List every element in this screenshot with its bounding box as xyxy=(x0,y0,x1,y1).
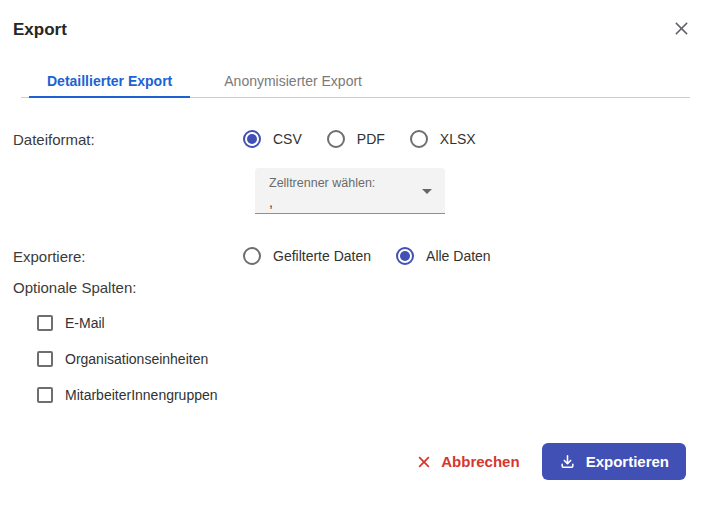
radio-option-label: CSV xyxy=(273,131,302,147)
file-format-label: Dateiformat: xyxy=(0,131,243,148)
radio-option-csv[interactable]: CSV xyxy=(243,130,302,148)
export-scope-radio-group: Gefilterte Daten Alle Daten xyxy=(243,247,491,265)
export-button[interactable]: Exportieren xyxy=(542,443,686,480)
radio-unselected-icon xyxy=(410,130,428,148)
checkbox-option-email[interactable]: E-Mail xyxy=(37,314,712,332)
close-icon xyxy=(674,21,689,36)
caret-down-icon xyxy=(422,189,432,194)
radio-option-label: Gefilterte Daten xyxy=(273,248,371,264)
radio-option-label: XLSX xyxy=(440,131,476,147)
export-scope-label: Exportiere: xyxy=(0,248,243,265)
checkbox-option-org-units[interactable]: Organisationseinheiten xyxy=(37,350,712,368)
close-button[interactable] xyxy=(670,17,692,39)
tab-label: Anonymisierter Export xyxy=(224,73,362,89)
export-scope-row: Exportiere: Gefilterte Daten Alle Daten xyxy=(0,242,712,270)
checkbox-unchecked-icon xyxy=(37,315,53,331)
file-format-row: Dateiformat: CSV PDF XLSX xyxy=(0,125,712,153)
checkbox-unchecked-icon xyxy=(37,387,53,403)
tab-bar: Detaillierter Export Anonymisierter Expo… xyxy=(21,65,690,98)
radio-selected-icon xyxy=(243,130,261,148)
cell-separator-select-label: Zelltrenner wählen: xyxy=(269,176,411,191)
radio-option-xlsx[interactable]: XLSX xyxy=(410,130,476,148)
checkbox-option-label: Organisationseinheiten xyxy=(65,351,208,367)
radio-unselected-icon xyxy=(327,130,345,148)
tab-label: Detaillierter Export xyxy=(47,73,172,89)
dialog-title: Export xyxy=(13,19,67,40)
checkbox-option-employee-groups[interactable]: MitarbeiterInnengruppen xyxy=(37,386,712,404)
tab-detailed-export[interactable]: Detaillierter Export xyxy=(21,65,198,97)
cancel-x-icon xyxy=(417,455,431,469)
tab-anonymized-export[interactable]: Anonymisierter Export xyxy=(198,65,388,97)
radio-option-filtered-data[interactable]: Gefilterte Daten xyxy=(243,247,371,265)
checkbox-option-label: E-Mail xyxy=(65,315,105,331)
cell-separator-select[interactable]: Zelltrenner wählen: , xyxy=(255,168,445,214)
cell-separator-select-wrap: Zelltrenner wählen: , xyxy=(255,168,445,214)
download-icon xyxy=(559,453,576,470)
radio-option-label: PDF xyxy=(357,131,385,147)
cancel-button[interactable]: Abbrechen xyxy=(417,453,519,470)
export-button-label: Exportieren xyxy=(586,453,669,470)
dialog-footer: Abbrechen Exportieren xyxy=(417,443,686,480)
file-format-radio-group: CSV PDF XLSX xyxy=(243,130,476,148)
radio-option-all-data[interactable]: Alle Daten xyxy=(396,247,491,265)
radio-option-label: Alle Daten xyxy=(426,248,491,264)
checkbox-option-label: MitarbeiterInnengruppen xyxy=(65,387,218,403)
radio-selected-icon xyxy=(396,247,414,265)
radio-option-pdf[interactable]: PDF xyxy=(327,130,385,148)
dialog-header: Export xyxy=(0,0,712,40)
cancel-button-label: Abbrechen xyxy=(441,453,519,470)
export-dialog: Export Detaillierter Export Anonymisiert… xyxy=(0,0,712,507)
optional-columns-label: Optionale Spalten: xyxy=(0,279,712,296)
radio-unselected-icon xyxy=(243,247,261,265)
cell-separator-select-value: , xyxy=(269,194,411,211)
checkbox-unchecked-icon xyxy=(37,351,53,367)
